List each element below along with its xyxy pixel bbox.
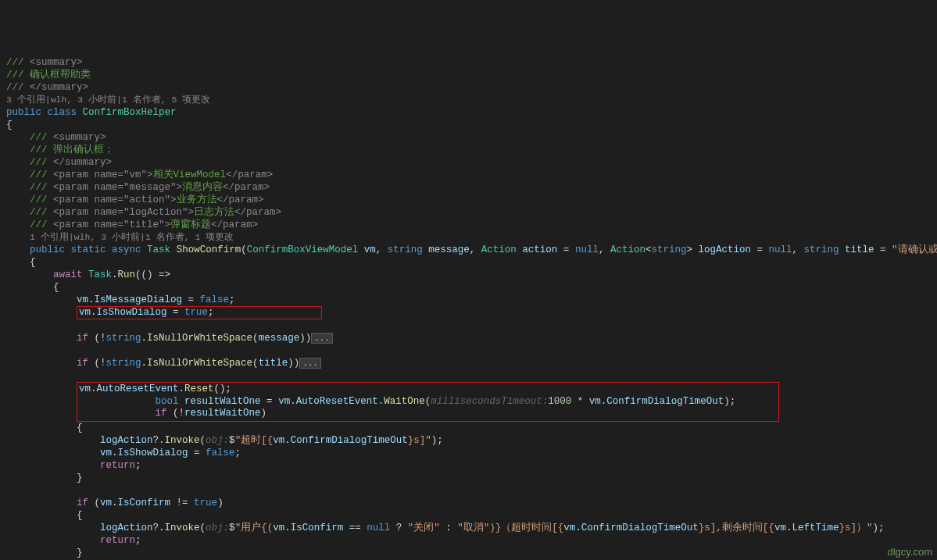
code-editor[interactable]: /// <summary> /// 确认框帮助类 /// </summary> … (6, 56, 937, 560)
codelens[interactable]: 3 个引用|wlh, 3 小时前|1 名作者, 5 项更改 (6, 95, 210, 105)
highlight-box-1: vm.IsShowDialog = true; (77, 306, 322, 319)
collapsed-region[interactable]: ... (311, 333, 333, 344)
codelens[interactable]: 1 个引用|wlh, 3 小时前|1 名作者, 1 项更改 (30, 232, 234, 242)
collapsed-region[interactable]: ... (299, 358, 321, 369)
watermark: dlgcy.com (887, 546, 932, 558)
highlight-box-2: vm.AutoResetEvent.Reset(); bool resultWa… (77, 382, 779, 422)
